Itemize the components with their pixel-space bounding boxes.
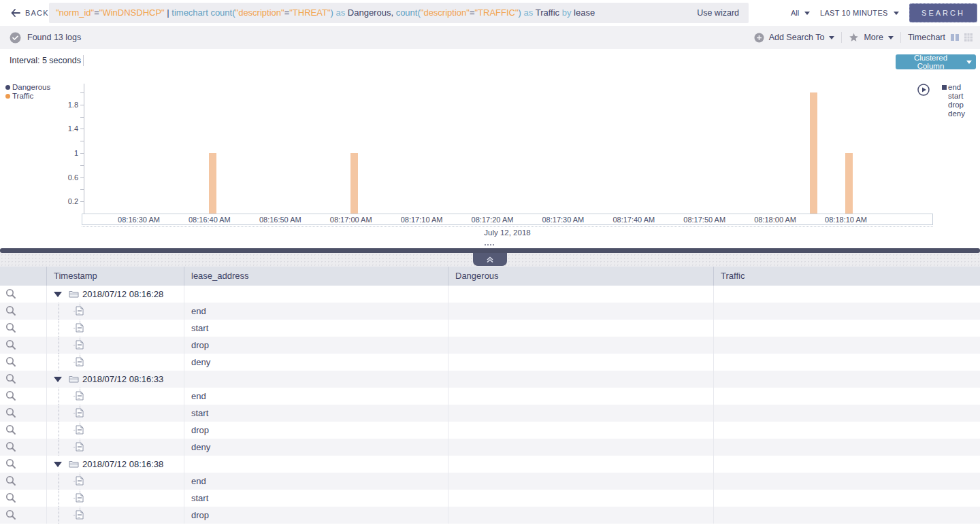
collapse-caret-icon[interactable] (54, 292, 62, 297)
table-row[interactable]: 2018/07/12 08:16:38 (0, 456, 980, 473)
row-timestamp-cell (46, 303, 184, 320)
table-row[interactable]: 2018/07/12 08:16:28 (0, 286, 980, 303)
search-log-icon[interactable] (5, 339, 16, 350)
row-timestamp-cell (46, 405, 184, 422)
table-row[interactable]: start (0, 490, 980, 507)
search-log-icon[interactable] (5, 475, 16, 486)
query-token: "norm_id" (56, 7, 94, 18)
search-query: "norm_id"="WinDNSDHCP" | timechart count… (56, 3, 595, 23)
grid-view-icon[interactable] (964, 33, 973, 42)
series-legend-label: end (948, 83, 961, 92)
row-search-cell (0, 320, 46, 337)
search-query-input[interactable]: "norm_id"="WinDNSDHCP" | timechart count… (49, 3, 749, 23)
back-button[interactable]: BACK (11, 0, 49, 26)
table-row[interactable]: start (0, 405, 980, 422)
lease-address-value: end (184, 473, 448, 490)
table-row[interactable]: 2018/07/12 08:16:33 (0, 371, 980, 388)
table-row[interactable]: end (0, 388, 980, 405)
table-row[interactable]: end (0, 473, 980, 490)
table-row[interactable]: start (0, 320, 980, 337)
lease-address-value: start (184, 320, 448, 337)
query-token: "WinDNSDHCP" (99, 7, 165, 18)
scope-dropdown[interactable]: All (791, 0, 810, 26)
group-timestamp: 2018/07/12 08:16:33 (82, 371, 163, 388)
series-legend-item[interactable]: start (942, 92, 965, 101)
search-log-icon[interactable] (5, 509, 16, 520)
document-icon (76, 476, 84, 486)
x-axis-label: 08:17:20 AM (462, 216, 523, 224)
chart-bar[interactable] (350, 153, 358, 214)
caret-down-icon (894, 12, 899, 15)
search-log-icon[interactable] (5, 288, 16, 299)
x-axis-dotted-line (82, 226, 933, 227)
chart-bar[interactable] (810, 92, 817, 214)
y-axis-tick (80, 105, 84, 105)
table-row[interactable]: deny (0, 439, 980, 456)
document-icon (76, 442, 84, 452)
chart-bar[interactable] (209, 153, 216, 214)
series-legend-item[interactable]: drop (942, 101, 965, 109)
folder-icon (69, 290, 79, 298)
back-arrow-icon (11, 9, 20, 17)
table-header: Timestamp lease_address Dangerous Traffi… (0, 267, 980, 286)
tree-line (59, 490, 59, 507)
collapse-table-tab[interactable] (473, 253, 507, 266)
caret-down-icon (804, 12, 810, 15)
plot-area: 08:16:30 AM08:16:40 AM08:16:50 AM08:17:0… (0, 49, 980, 248)
folder-icon (69, 460, 79, 468)
row-timestamp-cell: 2018/07/12 08:16:28 (46, 286, 184, 303)
results-toolbar: Found 13 logs Add Search To More Timecha… (0, 26, 980, 50)
search-log-icon[interactable] (5, 424, 16, 435)
row-search-cell (0, 388, 46, 405)
tree-line (59, 388, 59, 405)
search-button[interactable]: SEARCH (909, 3, 977, 22)
table-row[interactable]: deny (0, 354, 980, 371)
columns-view-icon[interactable] (950, 33, 960, 42)
row-lease-cell: drop (184, 507, 448, 524)
document-icon (76, 391, 84, 401)
search-log-icon[interactable] (5, 305, 16, 316)
row-timestamp-cell (46, 337, 184, 354)
chart-bar[interactable] (845, 153, 853, 214)
row-timestamp-cell (46, 388, 184, 405)
time-range-value: LAST 10 MINUTES (820, 9, 888, 17)
query-token: "THREAT" (289, 7, 330, 18)
search-log-icon[interactable] (5, 407, 16, 418)
y-axis-tick (80, 177, 84, 178)
panel-divider-bar[interactable] (0, 248, 980, 253)
more-button[interactable]: More (849, 33, 893, 42)
row-timestamp-cell (46, 354, 184, 371)
series-legend-item[interactable]: end (942, 83, 965, 92)
table-row[interactable]: drop (0, 337, 980, 354)
tree-line (59, 303, 59, 320)
tree-line (59, 320, 59, 337)
query-token: Dangerous, (348, 7, 396, 18)
search-log-icon[interactable] (5, 441, 16, 452)
search-log-icon[interactable] (5, 458, 16, 469)
add-circle-icon (754, 33, 764, 43)
x-axis-band[interactable]: 08:16:30 AM08:16:40 AM08:16:50 AM08:17:0… (82, 214, 933, 225)
back-label: BACK (25, 9, 49, 17)
table-row[interactable]: end (0, 303, 980, 320)
add-search-to-button[interactable]: Add Search To (754, 33, 835, 43)
search-log-icon[interactable] (5, 390, 16, 401)
search-log-icon[interactable] (5, 356, 16, 367)
search-log-icon[interactable] (5, 322, 16, 333)
search-log-icon[interactable] (5, 373, 16, 384)
use-wizard-link[interactable]: Use wizard (697, 3, 739, 23)
collapse-caret-icon[interactable] (54, 462, 62, 467)
table-row[interactable]: drop (0, 507, 980, 524)
time-range-dropdown[interactable]: LAST 10 MINUTES (820, 0, 899, 26)
row-dangerous-cell (448, 473, 713, 490)
table-row[interactable]: drop (0, 422, 980, 439)
row-search-cell (0, 303, 46, 320)
series-legend-item[interactable]: deny (942, 109, 965, 118)
drag-handle-dots (485, 244, 495, 246)
play-icon[interactable] (917, 84, 930, 96)
collapse-caret-icon[interactable] (54, 377, 62, 382)
row-traffic-cell (713, 405, 980, 422)
lease-address-value: deny (184, 354, 448, 371)
search-log-icon[interactable] (5, 492, 16, 503)
row-traffic-cell (713, 286, 980, 303)
row-dangerous-cell (448, 303, 713, 320)
